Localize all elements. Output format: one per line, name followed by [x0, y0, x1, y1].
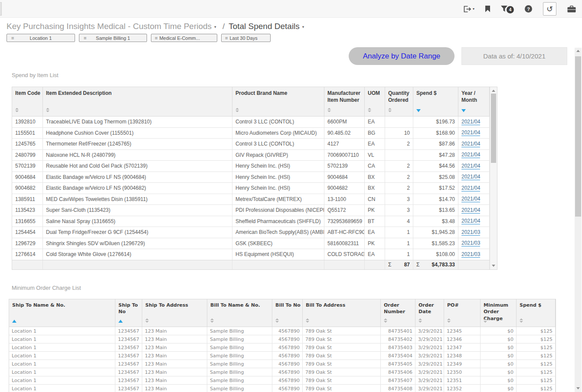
table-cell[interactable]: $0 — [481, 368, 517, 376]
table-cell[interactable]: 2 — [385, 139, 413, 149]
table-cell[interactable]: 123 Main — [142, 360, 207, 368]
table-cell[interactable]: $0 — [481, 376, 517, 384]
year-month-link[interactable]: 2021/04 — [461, 163, 480, 169]
table-cell[interactable]: 9004682 — [324, 183, 365, 194]
table-cell[interactable]: 58160082311 — [324, 238, 365, 249]
table-cell[interactable]: 6600PM — [324, 117, 365, 127]
table-cell[interactable]: 123 Main — [142, 376, 207, 384]
year-month-link[interactable]: 2021/03 — [461, 251, 480, 258]
refresh-button[interactable]: ↺ — [543, 2, 556, 16]
table-cell[interactable]: 123 Main — [142, 352, 207, 360]
table-cell[interactable]: 4567890 — [272, 385, 303, 392]
year-month-link[interactable]: 2021/04 — [461, 218, 480, 224]
table-cell[interactable]: 789 Oak St — [303, 368, 381, 376]
table-cell[interactable]: 1254454 — [12, 227, 43, 238]
table-cell[interactable]: Reusable Hot and Cold Gel Pack (5702139) — [43, 161, 232, 172]
table-cell[interactable]: 2480799 — [12, 150, 43, 161]
table-cell[interactable]: Sample Billing — [207, 343, 272, 351]
table-cell[interactable]: CN — [365, 194, 385, 205]
table-cell[interactable]: Sample Billing — [207, 327, 272, 335]
table-cell[interactable]: Micro Audiometers Corp (MICAUD) — [232, 128, 324, 139]
table-cell[interactable]: 732953689659 — [324, 216, 365, 227]
table-cell[interactable]: $125 — [517, 352, 556, 360]
table-cell[interactable]: HS Equipment (HSEQUI) — [232, 249, 324, 260]
year-month-link[interactable]: 2021/04 — [461, 152, 480, 158]
filter-chip[interactable]: =Location 1 — [7, 34, 75, 42]
table-cell[interactable]: 1392810 — [12, 117, 43, 127]
table-cell[interactable]: EA — [365, 249, 385, 260]
column-header[interactable]: Bill To Name & No. — [207, 299, 272, 327]
table-cell[interactable]: 1234567 — [115, 335, 142, 343]
table-cell[interactable]: Henry Schein Inc. (HSI) — [232, 161, 324, 172]
table-cell[interactable]: $125 — [517, 343, 556, 351]
table-cell[interactable]: 1234567 — [115, 352, 142, 360]
table-cell[interactable]: 4567890 — [272, 368, 303, 376]
table-cell[interactable]: 1 — [385, 227, 413, 238]
table-cell[interactable]: 789 Oak St — [303, 352, 381, 360]
table-cell[interactable]: $125 — [517, 327, 556, 335]
table-cell[interactable]: Sample Billing — [207, 360, 272, 368]
column-header[interactable]: Ship To Name & No. — [9, 299, 115, 327]
year-month-link[interactable]: 2021/04 — [461, 196, 480, 202]
table-cell[interactable]: $3.48 — [413, 216, 458, 227]
filter-chip[interactable]: =Last 30 Days — [221, 34, 271, 42]
table-cell[interactable]: Control 3 LLC (CONTOL) — [232, 139, 324, 149]
filter-button[interactable]: 4 — [501, 4, 514, 13]
export-button[interactable]: ▾ — [463, 6, 474, 13]
column-header[interactable]: Ship To No — [115, 299, 142, 327]
table-cell[interactable]: 123 Main — [142, 343, 207, 351]
table-cell[interactable]: GIV Repack (GIVREP) — [232, 150, 324, 161]
table-cell[interactable]: 789 Oak St — [303, 327, 381, 335]
table-cell[interactable]: 123 Main — [142, 335, 207, 343]
table-cell[interactable]: PK — [365, 238, 385, 249]
table-cell[interactable]: $125 — [517, 376, 556, 384]
table-cell[interactable]: 4567890 — [272, 335, 303, 343]
table-cell[interactable]: GSK (SKBEEC) — [232, 238, 324, 249]
table-cell[interactable]: Q55172 — [324, 205, 365, 216]
table-cell[interactable]: 3/29/2021 — [415, 376, 444, 384]
table-cell[interactable]: 12352 — [444, 385, 481, 392]
table-cell[interactable]: Elastic Bandage w/Velcro LF NS (9004682) — [43, 183, 232, 194]
table-cell[interactable]: 4567890 — [272, 360, 303, 368]
table-cell[interactable]: 84735401 — [381, 327, 415, 335]
table-cell[interactable]: Location 1 — [9, 335, 115, 343]
table-cell[interactable]: CA — [365, 161, 385, 172]
table-cell[interactable]: 1276614 — [12, 249, 43, 260]
column-header[interactable]: Manufacturer Item Number — [324, 87, 365, 116]
table-cell[interactable]: $125 — [517, 335, 556, 343]
table-cell[interactable]: 123 Main — [142, 368, 207, 376]
table-cell[interactable]: 3/29/2021 — [415, 335, 444, 343]
table-cell[interactable]: 90.485.02 — [324, 128, 365, 139]
table-cell[interactable]: $44.56 — [413, 161, 458, 172]
column-header[interactable]: Item Extended Description — [43, 87, 232, 116]
sidebar-handle[interactable] — [0, 2, 2, 16]
table-cell[interactable]: Location 1 — [9, 352, 115, 360]
table-cell[interactable]: 12348 — [444, 352, 481, 360]
table-cell[interactable]: Sample Billing — [207, 376, 272, 384]
column-header[interactable]: Order Number — [381, 299, 415, 327]
year-month-link[interactable]: 2021/04 — [461, 119, 480, 125]
table-cell[interactable]: BX — [365, 172, 385, 183]
table-cell[interactable]: 84735405 — [381, 360, 415, 368]
table-cell[interactable]: Location 1 — [9, 343, 115, 351]
table-cell[interactable]: $0 — [481, 360, 517, 368]
year-month-link[interactable]: 2021/04 — [461, 130, 480, 136]
table-cell[interactable]: $125 — [517, 368, 556, 376]
column-header[interactable]: UOM — [365, 87, 385, 116]
table-cell[interactable]: 4567890 — [272, 343, 303, 351]
table-cell[interactable]: 1234567 — [115, 343, 142, 351]
table-cell[interactable]: 12349 — [444, 360, 481, 368]
sheet-selector[interactable]: Total Spend Details — [229, 22, 300, 31]
table-cell[interactable]: 12347 — [444, 343, 481, 351]
table-cell[interactable]: 5702139 — [324, 161, 365, 172]
table-cell[interactable]: PDI Professional Disposables (NICEPK) — [232, 205, 324, 216]
table-cell[interactable]: Location 1 — [9, 385, 115, 392]
table-cell[interactable]: Sample Billing — [207, 385, 272, 392]
table-cell[interactable]: $1,945.28 — [413, 227, 458, 238]
table-cell[interactable]: 10 — [385, 128, 413, 139]
table-cell[interactable]: Dual Temp Fridge/Freezer G 9CF (1254454) — [43, 227, 232, 238]
scroll-down-arrow-icon[interactable] — [576, 387, 580, 389]
table-cell[interactable]: EA — [365, 227, 385, 238]
table-cell[interactable]: Super Sani-Cloth (1135423) — [43, 205, 232, 216]
table-cell[interactable]: 4567890 — [272, 376, 303, 384]
